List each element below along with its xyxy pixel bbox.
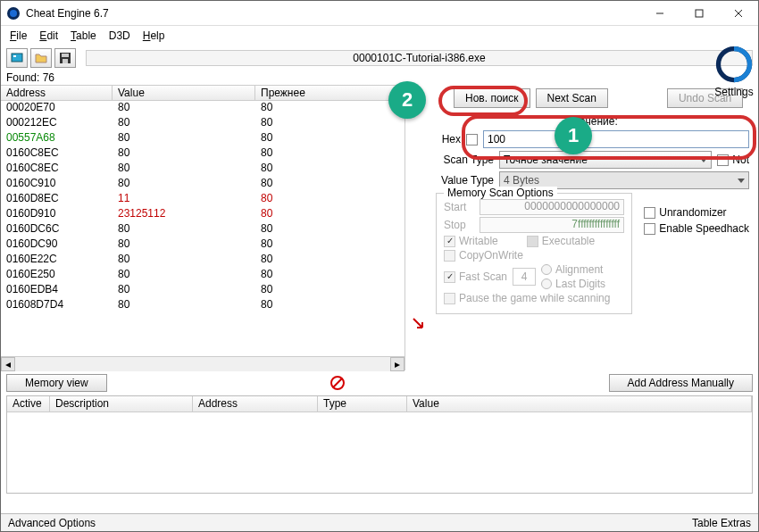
- alignment-radio[interactable]: Alignment: [541, 263, 605, 276]
- scroll-track[interactable]: [15, 357, 390, 371]
- scan-type-combo[interactable]: Точное значение: [499, 151, 712, 169]
- table-row[interactable]: 000212EC8080: [1, 116, 405, 131]
- open-process-button[interactable]: [6, 48, 28, 68]
- pause-checkbox[interactable]: Pause the game while scanning: [444, 292, 610, 304]
- callout-1: 1: [555, 117, 592, 154]
- results-header: Address Value Прежнее: [1, 85, 405, 101]
- col-previous[interactable]: Прежнее: [255, 86, 398, 100]
- copyonwrite-checkbox[interactable]: CopyOnWrite: [444, 249, 523, 262]
- unrandomizer-checkbox[interactable]: Unrandomizer: [644, 206, 749, 219]
- new-scan-button[interactable]: Нов. поиск: [454, 88, 530, 108]
- menu-table[interactable]: Table: [65, 28, 102, 44]
- table-row[interactable]: 0160E2508080: [1, 268, 405, 283]
- stop-input[interactable]: 7fffffffffffffff: [480, 217, 624, 233]
- menu-edit[interactable]: Edit: [34, 28, 63, 44]
- last-digits-radio[interactable]: Last Digits: [541, 278, 605, 290]
- writable-checkbox[interactable]: Writable: [444, 235, 498, 247]
- next-scan-button[interactable]: Next Scan: [536, 88, 608, 108]
- speedhack-checkbox[interactable]: Enable Speedhack: [644, 222, 749, 235]
- callout-2: 2: [388, 81, 426, 119]
- svg-rect-9: [62, 54, 69, 57]
- memory-view-button[interactable]: Memory view: [6, 374, 107, 392]
- fast-scan-value[interactable]: [513, 268, 536, 286]
- col-value2[interactable]: Value: [407, 396, 752, 411]
- scan-type-label: Scan Type: [436, 154, 494, 166]
- arrow-down-right-icon[interactable]: [412, 317, 426, 331]
- value-input[interactable]: [483, 130, 749, 148]
- svg-point-1: [10, 10, 17, 17]
- process-name: 0000101C-Tutorial-i386.exe: [86, 50, 753, 66]
- address-table-header: Active Description Address Type Value: [7, 396, 752, 412]
- svg-rect-3: [696, 10, 703, 17]
- under-results-bar: Memory view Add Address Manually: [1, 372, 758, 394]
- table-row[interactable]: 01608D7D48080: [1, 298, 405, 313]
- stop-label: Stop: [444, 219, 474, 231]
- toolbar: 0000101C-Tutorial-i386.exe: [1, 46, 758, 71]
- table-row[interactable]: 0160E22C8080: [1, 253, 405, 268]
- col-type[interactable]: Type: [318, 396, 407, 411]
- main-area: Address Value Прежнее 00020E708080000212…: [1, 85, 758, 370]
- settings-caption: Settings: [713, 86, 755, 98]
- memory-scan-options: Memory Scan Options Start000000000000000…: [436, 193, 632, 314]
- clear-icon[interactable]: [330, 376, 345, 390]
- scroll-right-icon[interactable]: ▸: [390, 357, 405, 371]
- horizontal-scrollbar[interactable]: ◂ ▸: [1, 356, 405, 370]
- table-row[interactable]: 0160D9102312511280: [1, 207, 405, 222]
- col-address2[interactable]: Address: [193, 396, 318, 411]
- app-icon: [6, 6, 21, 21]
- statusbar: Advanced Options Table Extras: [1, 513, 758, 531]
- found-count: Found: 76: [1, 71, 758, 85]
- col-active[interactable]: Active: [7, 396, 50, 411]
- menu-d3d[interactable]: D3D: [104, 28, 136, 44]
- not-checkbox[interactable]: Not: [717, 154, 749, 166]
- close-button[interactable]: [719, 1, 758, 26]
- mem-options-legend: Memory Scan Options: [444, 187, 557, 199]
- table-row[interactable]: 0160D8EC1180: [1, 192, 405, 207]
- table-row[interactable]: 0160DC908080: [1, 237, 405, 253]
- address-table[interactable]: Active Description Address Type Value: [6, 395, 753, 494]
- results-panel: Address Value Прежнее 00020E708080000212…: [1, 85, 405, 370]
- col-description[interactable]: Description: [50, 396, 193, 411]
- svg-rect-10: [63, 59, 68, 63]
- col-value[interactable]: Value: [113, 86, 255, 100]
- scan-panel: Нов. поиск Next Scan Undo Scan Значение:…: [432, 85, 758, 370]
- titlebar: Cheat Engine 6.7: [1, 1, 758, 26]
- window-title: Cheat Engine 6.7: [26, 7, 640, 20]
- executable-checkbox[interactable]: Executable: [527, 235, 595, 247]
- table-extras[interactable]: Table Extras: [692, 517, 751, 529]
- settings-logo[interactable]: Settings: [713, 46, 755, 98]
- menubar: File Edit Table D3D Help: [1, 26, 758, 46]
- fast-scan-checkbox[interactable]: Fast Scan: [444, 270, 507, 283]
- table-row[interactable]: 0160EDB48080: [1, 283, 405, 298]
- table-row[interactable]: 0160C8EC8080: [1, 162, 405, 177]
- hex-label: Hex: [436, 133, 461, 145]
- mid-column: [405, 85, 432, 370]
- add-address-manually-button[interactable]: Add Address Manually: [609, 374, 753, 392]
- hex-checkbox[interactable]: [466, 134, 478, 145]
- table-row[interactable]: 00020E708080: [1, 101, 405, 116]
- advanced-options[interactable]: Advanced Options: [8, 517, 96, 529]
- results-body[interactable]: 00020E708080000212EC808000557A6880800160…: [1, 101, 405, 356]
- open-file-button[interactable]: [30, 48, 52, 68]
- table-row[interactable]: 00557A688080: [1, 131, 405, 146]
- maximize-button[interactable]: [680, 1, 719, 26]
- table-row[interactable]: 0160C9108080: [1, 177, 405, 192]
- value-type-label: Value Type: [436, 174, 494, 187]
- start-input[interactable]: 0000000000000000: [480, 199, 624, 215]
- menu-file[interactable]: File: [4, 28, 32, 44]
- svg-rect-7: [13, 55, 16, 57]
- table-row[interactable]: 0160C8EC8080: [1, 146, 405, 162]
- svg-rect-6: [12, 54, 22, 62]
- table-row[interactable]: 0160DC6C8080: [1, 222, 405, 237]
- save-button[interactable]: [54, 48, 76, 68]
- scroll-left-icon[interactable]: ◂: [1, 357, 15, 371]
- start-label: Start: [444, 201, 474, 213]
- menu-help[interactable]: Help: [138, 28, 171, 44]
- minimize-button[interactable]: [640, 1, 680, 26]
- col-address[interactable]: Address: [1, 86, 113, 100]
